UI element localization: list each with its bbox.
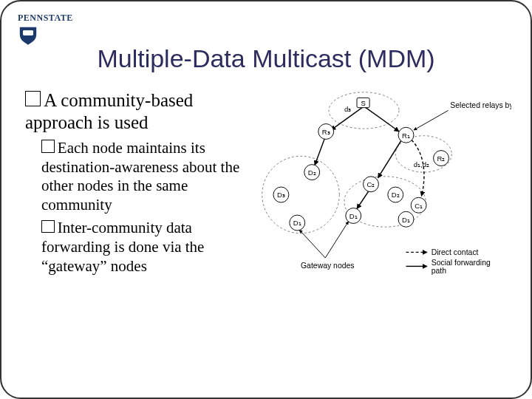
node-D2a: D₂ [392,191,400,199]
svg-line-6 [364,106,400,132]
node-D3: D₃ [277,191,285,199]
node-R1: R₁ [402,132,410,140]
shield-icon [18,25,38,46]
bullet-main-text: A community-based approach is used [25,90,193,132]
bullet-sub-1-text: Each node maintains its destination-awar… [41,139,239,214]
square-bullet-icon [25,91,41,106]
node-C1: C₁ [415,202,423,210]
node-C2: C₂ [367,180,375,188]
edge-d3: d₃ [344,105,351,113]
node-R3: R₃ [322,128,330,136]
node-D1a: D₁ [349,212,358,220]
network-diagram: Selected relays by S Gateway nodes Direc… [259,89,511,300]
node-D1c: D₁ [293,219,301,227]
node-D2b: D₂ [308,168,316,177]
pennstate-logo: PENNSTATE [18,10,84,46]
svg-line-11 [299,230,325,258]
square-bullet-icon [41,140,55,153]
legend-social-1: Social forwarding [432,259,491,267]
node-D1b: D₁ [402,216,410,224]
label-selected-relays: Selected relays by S [450,101,511,109]
bullet-main: A community-based approach is used [25,89,254,133]
figure-column: Selected relays by S Gateway nodes Direc… [259,89,511,303]
bullet-sub-1: Each node maintains its destination-awar… [41,139,254,214]
bullet-sub-2: Inter-community data forwarding is done … [41,219,254,276]
content-row: A community-based approach is used Each … [21,89,511,303]
node-R2: R₂ [437,154,446,163]
node-S: S [361,99,365,107]
legend-direct: Direct contact [432,248,479,256]
slide-title: Multiple-Data Multicast (MDM) [21,44,511,73]
logo-wordmark: PENNSTATE [18,13,73,23]
svg-line-10 [414,111,449,131]
label-gateway: Gateway nodes [301,262,355,270]
text-column: A community-based approach is used Each … [25,89,254,303]
edge-d1d2: d₁,d₂ [414,160,429,168]
legend-social-2: path [432,267,447,275]
svg-rect-0 [23,30,33,35]
slide-frame: PENNSTATE Multiple-Data Multicast (MDM) … [0,0,532,399]
svg-line-7 [378,135,405,178]
svg-line-12 [325,222,348,258]
square-bullet-icon [41,220,55,233]
bullet-sub-2-text: Inter-community data forwarding is done … [41,219,204,274]
